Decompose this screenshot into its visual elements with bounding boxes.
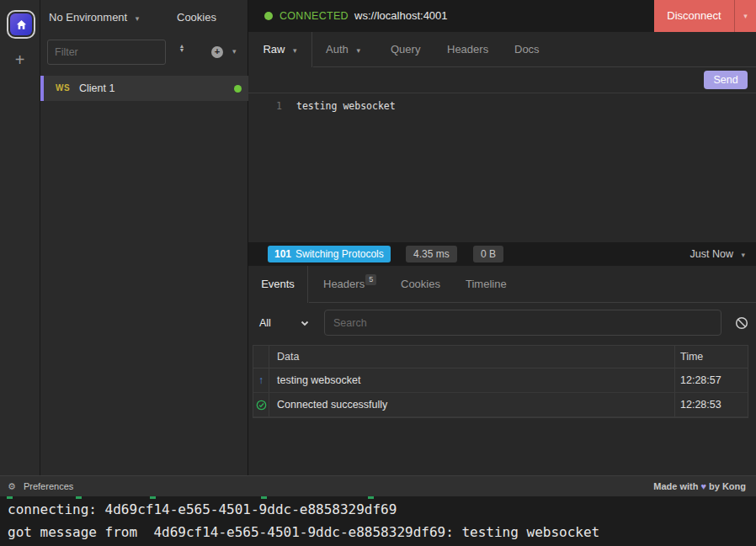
terminal-clipped-line-fragment: [150, 496, 156, 499]
select-chevron-icon: [301, 321, 309, 326]
heart-icon: ♥: [700, 481, 706, 491]
events-filter-row: All: [248, 303, 756, 343]
ws-method-tag: WS: [56, 76, 70, 101]
activity-rail: +: [0, 0, 40, 475]
terminal-clipped-line-fragment: [76, 496, 82, 499]
response-tab-bar: Events Headers5 Cookies Timeline: [248, 266, 756, 303]
clear-events-icon[interactable]: [735, 316, 748, 330]
response-history-dropdown[interactable]: Just Now ▾: [690, 242, 745, 266]
client-connected-dot: [234, 85, 242, 93]
event-type-select[interactable]: All: [259, 303, 271, 343]
tab-events[interactable]: Events: [248, 266, 308, 303]
response-status-bar: 101Switching Protocols 4.35 ms 0 B Just …: [248, 242, 756, 266]
home-icon: [15, 19, 28, 31]
terminal-window[interactable]: connecting: 4d69cf14-e565-4501-9ddc-e885…: [0, 496, 756, 546]
insomnia-websocket-app: + No Environment ▾ Cookies ▲ ▼ + ▾ WS Cl…: [0, 0, 756, 546]
environment-label: No Environment: [49, 11, 127, 24]
editor-content: testing websocket: [296, 100, 396, 112]
tab-response-headers[interactable]: Headers5: [323, 266, 376, 303]
status-footer: ⚙ Preferences Made with♥by Kong: [0, 475, 756, 496]
chevron-down-icon: ▾: [356, 46, 360, 55]
tab-timeline[interactable]: Timeline: [466, 266, 507, 303]
preferences-label: Preferences: [24, 481, 73, 491]
tab-auth-label: Auth: [326, 43, 349, 56]
time-column-header: Time: [675, 346, 748, 368]
create-request-chevron[interactable]: ▾: [232, 47, 237, 56]
sidebar: No Environment ▾ Cookies ▲ ▼ + ▾ WS Clie…: [40, 0, 248, 475]
response-time-badge: 4.35 ms: [406, 246, 457, 262]
chevron-down-icon: ▾: [741, 251, 745, 259]
tab-query[interactable]: Query: [391, 32, 420, 67]
gear-icon: ⚙: [8, 481, 16, 491]
sort-down-icon: ▼: [176, 48, 188, 52]
preferences-button[interactable]: ⚙ Preferences: [8, 476, 73, 496]
made-with-credit: Made with♥by Kong: [653, 476, 746, 496]
status-badge: 101Switching Protocols: [268, 246, 391, 262]
app-logo: [10, 13, 32, 35]
table-row-time: 12:28:53: [675, 393, 748, 417]
tab-response-cookies[interactable]: Cookies: [401, 266, 440, 303]
data-column-header: Data: [269, 346, 675, 368]
sent-message-icon: ↑: [253, 368, 269, 393]
status-code: 101: [274, 248, 291, 260]
client-name: Client 1: [79, 76, 114, 101]
events-search-input[interactable]: [324, 310, 721, 336]
disconnect-split-button: Disconnect ▾: [654, 0, 756, 32]
tab-raw-label: Raw: [263, 43, 285, 56]
send-button[interactable]: Send: [704, 71, 748, 89]
tab-raw[interactable]: Raw ▾: [248, 32, 312, 67]
disconnect-dropdown-button[interactable]: ▾: [735, 0, 756, 32]
websocket-url-field[interactable]: ws://localhost:4001: [354, 0, 448, 32]
tab-docs[interactable]: Docs: [514, 32, 540, 67]
url-bar: CONNECTED ws://localhost:4001 Disconnect…: [248, 0, 756, 32]
chevron-down-icon: ▾: [136, 14, 140, 23]
connected-check-icon: [253, 393, 269, 417]
create-request-button[interactable]: +: [211, 46, 223, 58]
response-history-label: Just Now: [690, 248, 733, 260]
icon-column-header: [253, 346, 269, 368]
home-button[interactable]: [7, 10, 35, 39]
sidebar-filter-input[interactable]: [47, 40, 166, 65]
disconnect-button[interactable]: Disconnect: [654, 0, 734, 32]
plus-circle-icon: +: [215, 46, 220, 56]
table-row-data[interactable]: Connected successfully: [269, 393, 675, 417]
terminal-clipped-line-fragment: [7, 496, 13, 499]
table-row-time: 12:28:57: [675, 368, 748, 393]
message-editor[interactable]: 1 testing websocket: [248, 94, 756, 242]
terminal-line: connecting: 4d69cf14-e565-4501-9ddc-e885…: [8, 501, 397, 517]
message-toolbar: Send: [248, 67, 756, 93]
add-project-button[interactable]: +: [0, 50, 40, 70]
cookies-button[interactable]: Cookies: [177, 0, 216, 35]
terminal-line: got message from 4d69cf14-e565-4501-9ddc…: [8, 524, 599, 540]
response-size-badge: 0 B: [473, 246, 503, 262]
editor-line-number: 1: [272, 100, 282, 112]
headers-count-badge: 5: [365, 274, 376, 285]
events-table: Data Time ↑ testing websocket 12:28:57 C…: [253, 345, 748, 418]
chevron-down-icon: ▾: [293, 46, 297, 55]
connection-status-dot: [264, 12, 273, 20]
environment-selector[interactable]: No Environment ▾: [49, 0, 139, 35]
connection-status-label: CONNECTED: [280, 0, 349, 32]
sidebar-header: No Environment ▾ Cookies: [40, 0, 248, 35]
terminal-clipped-line-fragment: [368, 496, 374, 499]
sidebar-sort-button[interactable]: ▲ ▼: [176, 44, 188, 52]
request-tab-bar: Raw ▾ Auth ▾ Query Headers Docs: [248, 32, 756, 67]
table-row-data[interactable]: testing websocket: [269, 368, 675, 393]
main-pane: CONNECTED ws://localhost:4001 Disconnect…: [248, 0, 756, 475]
sidebar-item-client-1[interactable]: WS Client 1: [40, 76, 248, 101]
tab-auth[interactable]: Auth ▾: [326, 32, 360, 67]
terminal-clipped-line-fragment: [261, 496, 267, 499]
tab-headers[interactable]: Headers: [447, 32, 488, 67]
tab-response-headers-label: Headers: [323, 278, 365, 290]
status-reason: Switching Protocols: [295, 248, 384, 260]
